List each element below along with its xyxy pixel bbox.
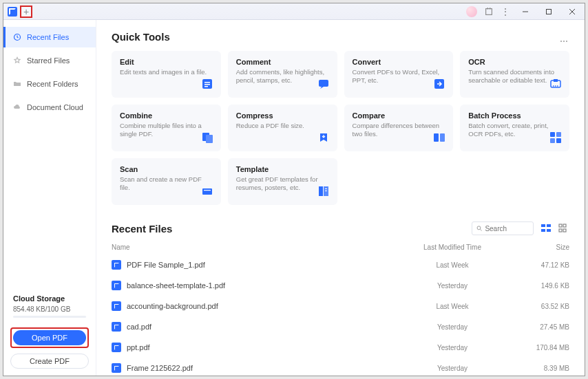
tool-desc: Scan and create a new PDF file. (120, 175, 213, 193)
col-size: Size (514, 243, 569, 251)
svg-rect-33 (541, 229, 545, 232)
sidebar-item-starred-files[interactable]: Starred Files (3, 50, 96, 71)
quick-tools-heading: Quick Tools (112, 31, 170, 43)
pdf-file-icon (112, 322, 121, 332)
tool-icon (432, 77, 446, 91)
svg-point-29 (477, 226, 481, 230)
file-size: 149.6 KB (514, 282, 569, 290)
tool-title: Compress (236, 111, 329, 120)
file-modified: Last Week (390, 261, 514, 269)
recent-files-heading: Recent Files (112, 223, 172, 235)
svg-rect-18 (440, 133, 445, 142)
tool-icon (317, 131, 330, 144)
file-size: 47.12 KB (514, 261, 569, 269)
file-name: accounting-background.pdf (127, 302, 218, 310)
svg-rect-31 (541, 224, 545, 227)
tool-card-edit[interactable]: EditEdit texts and images in a file. (112, 51, 221, 98)
sidebar-item-label: Recent Files (27, 33, 69, 41)
svg-rect-2 (547, 9, 552, 14)
file-name: balance-sheet-template-1.pdf (127, 281, 225, 290)
tool-title: OCR (468, 58, 561, 66)
share-icon[interactable] (484, 7, 494, 17)
tool-card-batch-process[interactable]: Batch ProcessBatch convert, create, prin… (460, 105, 569, 151)
kebab-menu[interactable]: ⋮ (501, 6, 510, 17)
file-row[interactable]: accounting-background.pdfLast Week63.52 … (112, 296, 569, 316)
tool-card-compress[interactable]: CompressReduce a PDF file size. (228, 105, 337, 151)
tool-title: Scan (120, 165, 213, 173)
tool-icon (317, 184, 330, 198)
more-icon[interactable]: ⋯ (560, 36, 569, 46)
file-row[interactable]: ppt.pdfYesterday170.84 MB (112, 337, 569, 358)
file-row[interactable]: balance-sheet-template-1.pdfYesterday149… (112, 275, 569, 296)
tool-icon (317, 77, 330, 91)
svg-rect-13 (554, 79, 558, 82)
file-name: ppt.pdf (127, 343, 150, 351)
svg-rect-38 (563, 229, 566, 232)
file-modified: Yesterday (390, 344, 514, 351)
svg-rect-34 (547, 229, 551, 232)
clock-icon (13, 33, 21, 41)
sidebar-item-recent-files[interactable]: Recent Files (3, 27, 96, 47)
tool-card-ocr[interactable]: OCRTurn scanned documents into searchabl… (460, 51, 569, 98)
grid-view-button[interactable] (558, 223, 569, 234)
tool-card-template[interactable]: TemplateGet great PDF templates for resu… (228, 158, 337, 205)
list-view-button[interactable] (540, 223, 552, 234)
file-row[interactable]: Frame 2125622.pdfYesterday8.39 MB (112, 358, 569, 376)
main-content: Quick Tools ⋯ EditEdit texts and images … (96, 20, 585, 376)
svg-rect-24 (204, 190, 211, 191)
svg-line-30 (481, 229, 482, 230)
svg-rect-21 (550, 138, 555, 143)
sidebar-item-recent-folders[interactable]: Recent Folders (3, 74, 96, 94)
tool-desc: Batch convert, create, print, OCR PDFs, … (468, 122, 561, 139)
file-row[interactable]: cad.pdfYesterday27.45 MB (112, 316, 569, 337)
tool-card-scan[interactable]: ScanScan and create a new PDF file. (112, 158, 221, 205)
tool-card-combine[interactable]: CombineCombine multiple files into a sin… (112, 105, 221, 151)
open-pdf-button[interactable]: Open PDF (13, 330, 86, 345)
tool-icon (549, 131, 563, 144)
tool-title: Batch Process (468, 111, 561, 120)
folder-icon (13, 80, 21, 88)
svg-rect-36 (563, 224, 566, 227)
sidebar-item-label: Document Cloud (27, 103, 83, 111)
pdf-file-icon (112, 343, 121, 352)
tool-desc: Add comments, like highlights, pencil, s… (236, 68, 329, 85)
create-pdf-button[interactable]: Create PDF (10, 354, 89, 369)
svg-rect-16 (206, 135, 213, 143)
tool-card-compare[interactable]: CompareCompare differences between two f… (344, 105, 454, 151)
svg-rect-32 (547, 224, 551, 227)
svg-rect-23 (202, 188, 212, 195)
new-tab-button[interactable]: + (20, 6, 32, 18)
svg-rect-25 (319, 186, 323, 196)
file-size: 8.39 MB (514, 365, 569, 372)
tool-title: Edit (120, 58, 213, 66)
tool-icon (200, 184, 214, 198)
cloud-storage-bar (13, 316, 86, 318)
sidebar-item-label: Recent Folders (27, 80, 78, 88)
file-row[interactable]: PDF File Sample_1.pdfLast Week47.12 KB (112, 255, 569, 275)
svg-rect-8 (204, 84, 210, 85)
tool-desc: Combine multiple files into a single PDF… (120, 122, 213, 139)
tool-desc: Convert PDFs to Word, Excel, PPT, etc. (353, 68, 445, 85)
tool-icon (432, 131, 446, 144)
file-modified: Yesterday (390, 282, 514, 290)
cloud-storage-panel: Cloud Storage 854.48 KB/100 GB (3, 294, 96, 327)
sidebar-item-document-cloud[interactable]: Document Cloud (3, 97, 96, 118)
tool-card-comment[interactable]: CommentAdd comments, like highlights, pe… (228, 51, 337, 98)
svg-rect-28 (325, 191, 327, 191)
user-avatar[interactable] (466, 6, 477, 17)
tool-desc: Edit texts and images in a file. (120, 68, 213, 76)
file-size: 27.45 MB (514, 323, 569, 331)
minimize-button[interactable] (517, 5, 534, 19)
cloud-icon (13, 103, 21, 111)
file-modified: Yesterday (390, 323, 514, 331)
tool-card-convert[interactable]: ConvertConvert PDFs to Word, Excel, PPT,… (344, 51, 454, 98)
quick-tools-grid: EditEdit texts and images in a file.Comm… (112, 51, 569, 205)
maximize-button[interactable] (540, 5, 557, 19)
close-button[interactable] (564, 5, 580, 19)
svg-rect-9 (204, 86, 208, 87)
search-input[interactable] (485, 225, 529, 232)
search-box[interactable] (472, 221, 534, 235)
file-name: PDF File Sample_1.pdf (127, 261, 205, 269)
cloud-storage-title: Cloud Storage (13, 294, 86, 303)
pdf-file-icon (112, 281, 121, 290)
